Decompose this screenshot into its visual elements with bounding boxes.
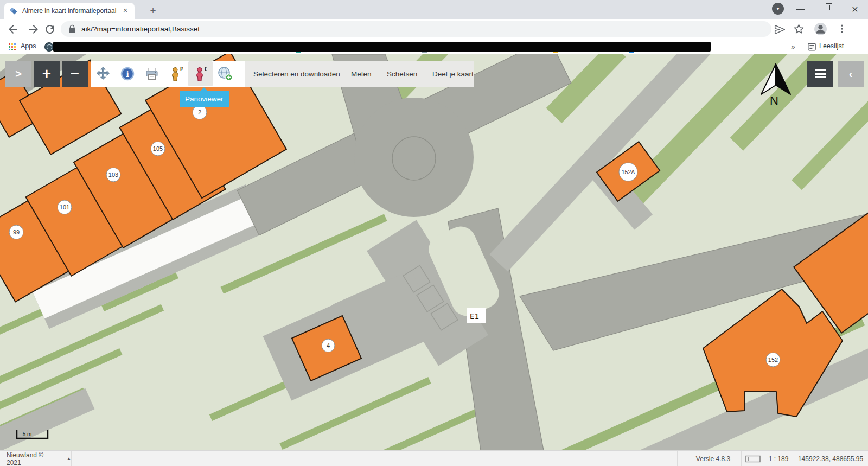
map-icon-toolbar: i P	[91, 61, 245, 87]
back-icon[interactable]	[7, 23, 20, 36]
info-icon: i	[120, 66, 135, 81]
svg-text:101: 101	[60, 204, 69, 210]
expand-toolbar-button[interactable]: >	[5, 61, 31, 87]
profile-avatar[interactable]	[814, 22, 827, 36]
badge-105: 105	[151, 142, 165, 156]
zoom-in-button[interactable]: +	[34, 61, 60, 87]
scale-bar-label: 5 m	[23, 431, 32, 437]
browser-update-badge-icon[interactable]: ▼	[772, 3, 784, 15]
panoviewer-tooltip: Panoviewer	[180, 91, 229, 107]
window-minimize-button[interactable]	[796, 9, 805, 10]
version-segment: Versie 4.8.3	[685, 451, 741, 466]
menu-meten[interactable]: Meten	[351, 61, 372, 87]
badge-152: 152	[766, 353, 780, 367]
tab-title: Almere in kaart informatieportaal	[22, 7, 120, 15]
badge-101: 101	[58, 200, 72, 214]
svg-text:P: P	[180, 66, 183, 72]
streetview-tool-button[interactable]: P	[164, 61, 188, 86]
status-spacer	[677, 451, 685, 466]
menu-deel-je-kaart[interactable]: Deel je kaart	[432, 61, 474, 87]
browser-navbar: aik/?map=informatieportaal,Basisset	[0, 19, 868, 39]
lock-icon	[68, 24, 76, 34]
basemap-tool-button[interactable]	[213, 61, 237, 86]
hamburger-icon	[815, 69, 826, 78]
tab-favicon-icon	[9, 7, 18, 16]
scalebar-icon	[745, 455, 761, 463]
coordinates-segment: 145922.38, 488655.95	[793, 451, 868, 466]
svg-text:152A: 152A	[622, 169, 635, 175]
url-text: aik/?map=informatieportaal,Basisset	[81, 25, 200, 33]
minus-icon: −	[71, 66, 79, 81]
address-bar[interactable]: aik/?map=informatieportaal,Basisset	[61, 21, 771, 37]
badge-2: 2	[193, 105, 207, 119]
collapse-panel-button[interactable]: ‹	[838, 61, 864, 87]
svg-text:105: 105	[153, 145, 163, 152]
north-label: N	[770, 94, 778, 107]
reload-icon[interactable]	[43, 23, 56, 36]
window-close-button[interactable]: ×	[847, 1, 863, 17]
layers-menu-button[interactable]	[807, 61, 833, 87]
info-tool-button[interactable]: i	[115, 61, 139, 86]
map-canvas[interactable]: 99 101 103 105 2 152A 4 152 E1 N	[0, 54, 868, 450]
tab-close-icon[interactable]: ×	[120, 6, 130, 16]
menu-schetsen[interactable]: Schetsen	[387, 61, 417, 87]
status-bar: Nieuwland © 2021 ▲ Versie 4.8.3 1 : 189 …	[0, 450, 868, 466]
bookmarks-divider	[802, 42, 802, 51]
svg-text:103: 103	[108, 171, 118, 178]
badge-103: 103	[106, 168, 120, 182]
svg-text:i: i	[126, 69, 129, 79]
pan-tool-button[interactable]	[91, 61, 115, 86]
plus-icon: +	[42, 66, 51, 81]
print-icon	[144, 66, 159, 81]
panoviewer-tool-button[interactable]: C	[188, 61, 213, 86]
bookmarks-bar: Apps » Leeslijst	[0, 39, 868, 54]
apps-grid-icon[interactable]	[9, 43, 16, 50]
bookmark-favicon[interactable]	[44, 42, 54, 52]
svg-text:4: 4	[327, 342, 330, 349]
bookmark-star-icon[interactable]	[793, 23, 805, 35]
collapse-arrow-icon[interactable]: ▲	[67, 456, 71, 461]
panoviewer-c-icon: C	[194, 66, 207, 81]
globe-add-icon	[217, 66, 233, 81]
svg-text:C: C	[205, 66, 207, 72]
reading-list-label[interactable]: Leeslijst	[819, 42, 844, 50]
scale-text: 1 : 189	[769, 455, 789, 463]
svg-text:99: 99	[13, 229, 20, 235]
svg-text:2: 2	[198, 109, 201, 116]
streetview-p-icon: P	[170, 66, 183, 81]
zoom-out-button[interactable]: −	[62, 61, 88, 87]
apps-label[interactable]: Apps	[21, 42, 36, 50]
e1-label: E1	[467, 308, 486, 323]
menu-selecteren[interactable]: Selecteren en downloaden	[253, 61, 340, 87]
map-menu-bar: Selecteren en downloaden Meten Schetsen …	[245, 61, 474, 87]
badge-152a: 152A	[619, 163, 637, 181]
send-icon[interactable]	[774, 24, 786, 35]
map-drawing: 99 101 103 105 2 152A 4 152 E1 N	[0, 54, 868, 450]
svg-text:E1: E1	[470, 312, 479, 321]
pan-icon	[95, 66, 111, 81]
browser-window: Almere in kaart informatieportaal × + ▼ …	[0, 0, 868, 466]
chevron-left-icon: ‹	[849, 68, 853, 80]
attribution-segment[interactable]: Nieuwland © 2021 ▲	[0, 451, 72, 466]
roundabout-center	[392, 137, 436, 180]
version-text: Versie 4.8.3	[696, 455, 730, 463]
forward-icon[interactable]	[27, 23, 40, 36]
print-tool-button[interactable]	[139, 61, 164, 86]
badge-4: 4	[322, 339, 335, 352]
new-tab-button[interactable]: +	[145, 3, 161, 18]
redacted-bookmarks	[53, 42, 711, 52]
chevron-right-icon: >	[15, 68, 22, 80]
attribution-text: Nieuwland © 2021	[7, 451, 59, 466]
bookmarks-overflow-chevron[interactable]: »	[791, 42, 795, 51]
reading-list-icon[interactable]	[808, 43, 816, 51]
badge-99: 99	[9, 225, 23, 239]
svg-text:152: 152	[768, 356, 778, 363]
tab-strip: Almere in kaart informatieportaal × + ▼ …	[0, 0, 868, 19]
browser-tab[interactable]: Almere in kaart informatieportaal ×	[4, 3, 135, 19]
scalebar-icon-segment[interactable]	[741, 451, 764, 466]
scale-segment: 1 : 189	[764, 451, 793, 466]
window-restore-button[interactable]	[825, 5, 830, 10]
coordinates-text: 145922.38, 488655.95	[798, 455, 863, 463]
kebab-menu-icon[interactable]	[837, 23, 847, 34]
